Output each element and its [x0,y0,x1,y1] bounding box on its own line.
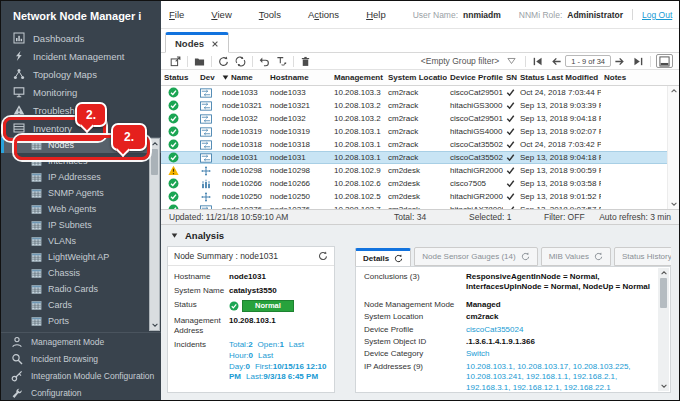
cell-snmp [503,192,517,201]
snmp-enabled-icon [506,205,515,210]
cell-device_profile: ciscoCat295012C [447,114,503,123]
sidebar-item-monitoring[interactable]: Monitoring [1,83,161,101]
chevron-up-icon[interactable] [151,140,159,148]
chevron-up-icon[interactable] [660,269,668,277]
dashboards-icon [13,32,25,44]
incident-link-last[interactable]: Last:9/3/18 6:45 PM [246,372,318,381]
table-row-node10318[interactable]: node10318node1031810.208.103.1cm2rackcis… [161,138,679,151]
snmp-enabled-icon [506,114,515,123]
table-row-node10276[interactable]: node10276node1027610.208.102.7cm2deskhit… [161,203,679,210]
table-row-node1031[interactable]: node1031node103110.208.103.1cm2rackcisco… [161,151,679,164]
detail-row-device-category: Device CategorySwitch [364,349,654,359]
sidebar-item-configuration[interactable]: Configuration [1,384,161,400]
folder-button[interactable] [191,54,208,68]
menu-help[interactable]: Help [366,9,386,20]
table-row-node10321[interactable]: node10321node1032110.208.103.2cm2rackhit… [161,99,679,112]
cell-management: 10.208.102.6 [331,179,385,188]
sidebar-item-lightweight-ap[interactable]: LightWeight AP [1,249,161,265]
scrollbar-thumb[interactable] [660,278,667,308]
cell-snmp [503,88,517,97]
table-row-node1032[interactable]: node1032node103210.208.103.2cm2rackcisco… [161,112,679,125]
refresh-icon[interactable] [521,252,530,261]
incident-link-total[interactable]: Total:2 [229,340,253,349]
column-header-status[interactable]: Status [161,73,197,82]
sidebar-item-ports[interactable]: Ports [1,313,161,329]
column-header-notes[interactable]: Notes [601,73,667,82]
sidebar-item-incident-management[interactable]: Incident Management [1,47,161,65]
menu-file[interactable]: File [169,9,184,20]
refresh-button[interactable] [215,54,232,68]
last-page-button[interactable] [630,54,647,68]
column-header-status-last-modified[interactable]: Status Last Modified [517,73,601,82]
delete-button[interactable] [297,54,314,68]
cell-device_profile: cisco7505 [447,179,503,188]
tab-nodes[interactable]: Nodes [165,32,229,53]
sidebar-item-vlans[interactable]: VLANs [1,233,161,249]
refresh-icon[interactable] [394,254,403,263]
chevron-down-icon[interactable] [660,382,668,390]
column-header-name[interactable]: Name [219,73,267,82]
table-row-node1033[interactable]: node1033node103310.208.103.3cm2rackcisco… [161,86,679,99]
open-in-new-window-button[interactable] [167,54,184,68]
sidebar-item-ip-addresses[interactable]: IP Addresses [1,169,161,185]
first-page-button[interactable] [529,54,546,68]
cell-system_location: cm2desk [385,205,447,210]
analysis-tabs: DetailsNode Sensor Gauges (14)MIB Values… [355,246,671,266]
table-grid-icon [31,332,42,333]
analysis-tab-mib-values[interactable]: MIB Values [541,247,611,266]
analysis-tab-node-sensor-gauges-14[interactable]: Node Sensor Gauges (14) [414,247,537,266]
scroll-tabs-left-icon[interactable] [341,251,350,260]
sidebar-item-management-mode[interactable]: Management Mode [1,333,161,350]
sidebar-item-radio-cards[interactable]: Radio Cards [1,281,161,297]
restore-button[interactable] [273,54,290,68]
cell-status_last_modified: Sep 13, 2018 9:03:58 PM [517,179,601,188]
sidebar-item-topology-maps[interactable]: Topology Maps [1,65,161,83]
next-page-button[interactable] [611,54,628,68]
column-header-dev[interactable]: Dev [197,73,219,82]
menu-view[interactable]: View [211,9,231,20]
analysis-tab-status-history[interactable]: Status History [614,247,671,266]
sidebar-item-ip-subnets[interactable]: IP Subnets [1,217,161,233]
refresh-icon[interactable] [594,252,603,261]
column-header-system-location[interactable]: System Location [385,73,447,82]
logout-link[interactable]: Log Out [642,10,672,20]
table-scrollbar[interactable] [667,86,679,209]
chevron-down-icon[interactable] [670,200,678,208]
table-row-node10319[interactable]: node10319node1031910.208.103.1cm2rackhit… [161,125,679,138]
node-group-filter-dropdown[interactable]: <Empty Group filter> [421,56,522,66]
table-row-node10250[interactable]: node10250node1025010.208.102.5cm2deskhit… [161,190,679,203]
table-row-node10266[interactable]: node10266node1026610.208.102.6cm2deskcis… [161,177,679,190]
analysis-tab-details[interactable]: Details [355,248,411,266]
undo-button[interactable] [256,54,273,68]
column-header-hostname[interactable]: Hostname [267,73,331,82]
analysis-pane-toggle-button[interactable] [656,54,673,68]
sidebar-item-integration-module-configuration[interactable]: Integration Module Configuration [1,367,161,384]
details-scrollbar[interactable] [658,268,669,391]
menu-tools[interactable]: Tools [259,9,281,20]
status-normal-icon [229,301,239,311]
chevron-down-icon[interactable] [151,321,159,329]
sidebar-item-interfaces[interactable]: Interfaces [1,153,161,169]
close-icon[interactable] [211,40,219,48]
refresh-icon[interactable] [318,251,328,261]
sidebar-item-web-agents[interactable]: Web Agents [1,201,161,217]
status-refresh-button[interactable] [232,54,249,68]
chevron-up-icon[interactable] [670,87,678,95]
sidebar-item-cards[interactable]: Cards [1,297,161,313]
sidebar-item-snmp-agents[interactable]: SNMP Agents [1,185,161,201]
sidebar-item-chassis[interactable]: Chassis [1,265,161,281]
analysis-header[interactable]: Analysis [161,225,679,245]
scrollbar-thumb[interactable] [151,149,158,175]
previous-page-button[interactable] [548,54,565,68]
column-header-device-profile[interactable]: Device Profile [447,73,503,82]
collapse-triangle-icon[interactable] [171,232,178,239]
table-row-node10298[interactable]: node10298node1029810.208.102.9cm2deskhit… [161,164,679,177]
incident-link-open[interactable]: Open:1 [258,340,284,349]
column-header-snmp[interactable]: SNMP [503,73,517,82]
sidebar-item-incident-browsing[interactable]: Incident Browsing [1,350,161,367]
sidebar-scrollbar[interactable] [149,138,160,331]
column-header-management[interactable]: Management [331,73,385,82]
detail-row-device-profile: Device ProfileciscoCat355024 [364,325,654,335]
sidebar-item-dashboards[interactable]: Dashboards [1,29,161,47]
menu-actions[interactable]: Actions [308,9,339,20]
